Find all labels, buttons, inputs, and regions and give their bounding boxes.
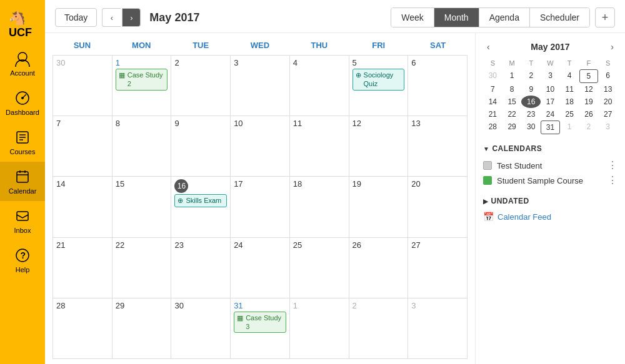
table-row: 12 xyxy=(349,116,409,177)
event-sociology-quiz[interactable]: ⊕ Sociology Quiz xyxy=(352,69,405,91)
calendars-section-header[interactable]: ▼ CALENDARS xyxy=(483,144,618,153)
tab-scheduler[interactable]: Scheduler xyxy=(530,8,589,27)
mini-day[interactable]: 22 xyxy=(502,108,522,121)
test-student-color xyxy=(483,161,492,170)
calendar-feed-link[interactable]: 📅 Calendar Feed xyxy=(483,212,618,222)
day-header-sat: SAT xyxy=(408,38,468,52)
mini-day[interactable]: 4 xyxy=(560,69,579,83)
table-row: 2 xyxy=(349,298,409,359)
mini-day[interactable]: 26 xyxy=(579,108,599,121)
sample-course-menu-button[interactable]: ⋮ xyxy=(608,175,618,185)
mini-prev-button[interactable]: ‹ xyxy=(483,41,494,53)
sidebar-label-courses: Courses xyxy=(10,148,36,155)
table-row: 28 xyxy=(53,298,112,359)
tab-agenda[interactable]: Agenda xyxy=(479,8,530,27)
mini-day-today[interactable]: 16 xyxy=(521,96,541,108)
sample-course-name: Student Sample Course xyxy=(497,176,583,185)
calendars-toggle-icon: ▼ xyxy=(483,145,489,152)
mini-day[interactable]: 18 xyxy=(560,96,579,108)
sidebar-label-help: Help xyxy=(16,266,30,273)
sidebar-item-account[interactable]: Account xyxy=(0,44,45,83)
undated-section: ▶ UNDATED xyxy=(483,197,618,205)
sidebar-item-help[interactable]: ? Help xyxy=(0,240,45,280)
table-row: 30 xyxy=(171,298,231,359)
sidebar-item-courses[interactable]: Courses xyxy=(0,122,45,162)
mini-day[interactable]: 14 xyxy=(483,96,502,108)
mini-day[interactable]: 9 xyxy=(521,83,541,96)
mini-day[interactable]: 17 xyxy=(541,96,560,108)
table-row: 22 xyxy=(112,238,172,298)
undated-toggle-icon: ▶ xyxy=(483,198,489,205)
mini-day[interactable]: 15 xyxy=(502,96,522,108)
mini-day[interactable]: 7 xyxy=(483,83,502,96)
next-month-button[interactable]: › xyxy=(122,8,141,27)
mini-day[interactable]: 31 xyxy=(541,121,560,134)
mini-day[interactable]: 3 xyxy=(598,121,618,134)
test-student-menu-button[interactable]: ⋮ xyxy=(608,160,618,170)
calendar-header: Today ‹ › May 2017 Week Month Agenda Sch… xyxy=(45,0,625,33)
svg-rect-10 xyxy=(17,172,28,182)
mini-day[interactable]: 28 xyxy=(483,121,502,134)
mini-day[interactable]: 13 xyxy=(598,83,618,96)
table-row: 8 xyxy=(112,116,172,177)
mini-cal-title: May 2017 xyxy=(531,42,569,52)
mini-day[interactable]: 30 xyxy=(483,69,502,83)
tab-week[interactable]: Week xyxy=(391,8,434,27)
test-student-name: Test Student xyxy=(497,161,542,170)
mini-day[interactable]: 24 xyxy=(541,108,560,121)
mini-cal-grid: 30 1 2 3 4 5 6 7 8 9 10 11 12 13 14 xyxy=(483,69,618,134)
mini-day[interactable]: 5 xyxy=(579,69,599,83)
mini-day[interactable]: 2 xyxy=(579,121,599,134)
mini-day[interactable]: 30 xyxy=(521,121,541,134)
table-row: 7 xyxy=(53,116,112,177)
mini-day[interactable]: 12 xyxy=(579,83,599,96)
mini-day[interactable]: 3 xyxy=(541,69,560,83)
mini-day[interactable]: 21 xyxy=(483,108,502,121)
mini-day[interactable]: 1 xyxy=(560,121,579,134)
courses-icon xyxy=(14,129,31,146)
mini-day[interactable]: 20 xyxy=(598,96,618,108)
day-header-tue: TUE xyxy=(171,38,231,52)
table-row: 17 xyxy=(231,177,290,237)
table-row: 21 xyxy=(53,238,112,298)
day-header-wed: WED xyxy=(231,38,290,52)
today-button[interactable]: Today xyxy=(55,8,97,27)
assignment-icon-2: ▦ xyxy=(237,314,243,322)
current-month-label: May 2017 xyxy=(149,11,199,24)
mini-day[interactable]: 11 xyxy=(560,83,579,96)
sidebar-item-dashboard[interactable]: Dashboard xyxy=(0,83,45,122)
mini-day[interactable]: 27 xyxy=(598,108,618,121)
table-row: 19 xyxy=(349,177,409,237)
prev-month-button[interactable]: ‹ xyxy=(102,8,121,27)
event-case-study-3[interactable]: ▦ Case Study 3 xyxy=(234,312,286,333)
calendar-feed-label: Calendar Feed xyxy=(498,212,551,222)
assignment-icon: ▦ xyxy=(119,71,125,79)
calendar-body: SUN MON TUE WED THU FRI SAT 30 1 ▦ Case xyxy=(45,33,625,364)
mini-day[interactable]: 19 xyxy=(579,96,599,108)
ucf-logo-image: 🐴 UCF xyxy=(6,5,39,39)
sidebar-item-inbox[interactable]: Inbox xyxy=(0,201,45,240)
table-row: 11 xyxy=(290,116,349,177)
mini-day[interactable]: 8 xyxy=(502,83,522,96)
event-case-study-2[interactable]: ▦ Case Study 2 xyxy=(116,69,168,91)
mini-calendar: ‹ May 2017 › S M T W T F S 30 1 2 xyxy=(483,41,618,134)
sidebar-label-inbox: Inbox xyxy=(14,227,31,234)
mini-day[interactable]: 1 xyxy=(502,69,522,83)
help-icon: ? xyxy=(14,247,31,264)
tab-month[interactable]: Month xyxy=(434,8,479,27)
mini-next-button[interactable]: › xyxy=(607,41,618,53)
list-item-test-student: Test Student ⋮ xyxy=(483,158,618,173)
undated-section-header[interactable]: ▶ UNDATED xyxy=(483,197,618,205)
mini-day[interactable]: 23 xyxy=(521,108,541,121)
mini-day[interactable]: 25 xyxy=(560,108,579,121)
mini-day[interactable]: 6 xyxy=(598,69,618,83)
mini-day[interactable]: 29 xyxy=(502,121,522,134)
mini-day[interactable]: 2 xyxy=(521,69,541,83)
add-event-button[interactable]: + xyxy=(595,7,615,27)
undated-label: UNDATED xyxy=(491,197,529,205)
sidebar-item-calendar[interactable]: Calendar xyxy=(0,162,45,201)
svg-point-5 xyxy=(21,97,24,99)
event-skills-exam[interactable]: ⊕ Skills Exam xyxy=(174,194,227,207)
calendars-list: Test Student ⋮ Student Sample Course ⋮ xyxy=(483,158,618,188)
mini-day[interactable]: 10 xyxy=(541,83,560,96)
